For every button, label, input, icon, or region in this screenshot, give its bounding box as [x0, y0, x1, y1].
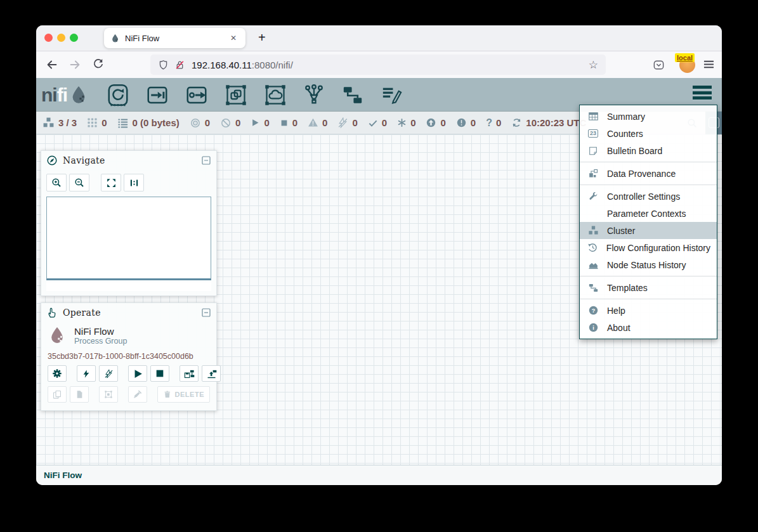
- refresh-status: 10:20:23 UTC: [511, 117, 586, 128]
- copy-button[interactable]: [48, 386, 67, 403]
- menu-item-parameter-contexts[interactable]: Parameter Contexts: [580, 205, 717, 222]
- menu-item-templates[interactable]: Templates: [580, 279, 717, 296]
- connected-nodes-status: 3 / 3: [42, 117, 77, 129]
- selected-component-name: NiFi Flow: [74, 326, 127, 337]
- delete-button[interactable]: DELETE: [157, 386, 210, 403]
- bullseye-slash-icon: [220, 117, 232, 129]
- navigate-collapse-button[interactable]: [201, 155, 211, 165]
- menu-divider: [580, 276, 717, 276]
- navigate-compass-icon: [46, 155, 58, 166]
- zoom-window-button[interactable]: [70, 34, 78, 42]
- zoom-in-button[interactable]: [46, 174, 67, 191]
- output-port-drag-icon[interactable]: [185, 84, 208, 107]
- list-icon: [117, 117, 129, 129]
- url-path: :8080/nifi/: [252, 60, 293, 70]
- color-brush-button[interactable]: [128, 386, 147, 403]
- group-button[interactable]: [99, 386, 118, 403]
- tab-bar: NiFi Flow ✕ +: [36, 25, 722, 51]
- menu-item-bulletin-board[interactable]: Bulletin Board: [580, 142, 717, 159]
- shield-icon[interactable]: [158, 60, 169, 70]
- zoom-out-button[interactable]: [69, 174, 89, 191]
- remote-process-group-drag-icon[interactable]: [264, 84, 287, 107]
- insecure-lock-icon[interactable]: [174, 60, 185, 70]
- navigate-title: Navigate: [63, 155, 196, 165]
- bolt-slash-icon: [337, 117, 348, 128]
- menu-item-help[interactable]: ? Help: [580, 302, 717, 319]
- reload-button[interactable]: [92, 58, 105, 70]
- template-icon: [586, 283, 600, 293]
- pocket-icon[interactable]: [653, 59, 665, 71]
- warning-triangle-icon: [308, 117, 318, 128]
- menu-item-data-provenance[interactable]: Data Provenance: [580, 165, 717, 182]
- firefox-menu-icon[interactable]: [703, 60, 714, 69]
- locally-modified-status: 0: [397, 117, 415, 128]
- processor-drag-icon[interactable]: [107, 84, 129, 107]
- save-template-button[interactable]: [180, 365, 199, 382]
- operate-title: Operate: [63, 308, 196, 318]
- input-port-drag-icon[interactable]: [146, 84, 169, 107]
- paste-button[interactable]: [70, 386, 89, 403]
- enable-button[interactable]: [77, 365, 96, 382]
- sticky-note-icon: [586, 146, 600, 156]
- invalid-status: 0: [308, 117, 327, 128]
- queued-status: 0 (0 bytes): [117, 117, 180, 129]
- wrench-icon: [586, 191, 600, 202]
- nifi-app: nifi: [36, 78, 722, 485]
- template-drag-icon[interactable]: [341, 84, 364, 106]
- svg-text:?: ?: [591, 308, 595, 314]
- menu-item-about[interactable]: i About: [580, 319, 717, 336]
- url-bar[interactable]: 192.168.40.11:8080/nifi/ ☆: [150, 55, 606, 75]
- process-group-drop-icon: [48, 323, 67, 347]
- table-icon: [586, 111, 600, 122]
- menu-item-flow-configuration-history[interactable]: Flow Configuration History: [580, 239, 717, 256]
- active-threads-status: 0: [87, 117, 107, 128]
- breadcrumb[interactable]: NiFi Flow: [44, 470, 82, 480]
- disable-button[interactable]: [99, 365, 118, 382]
- selected-component-type: Process Group: [74, 337, 127, 346]
- sync-failure-status: ? 0: [486, 117, 501, 129]
- menu-item-summary[interactable]: Summary: [580, 108, 717, 125]
- transmitting-status: 0: [190, 117, 210, 129]
- menu-item-counters[interactable]: 23 Counters: [580, 125, 717, 142]
- asterisk-icon: [397, 118, 407, 127]
- menu-item-controller-settings[interactable]: Controller Settings: [580, 188, 717, 205]
- new-tab-button[interactable]: +: [253, 29, 271, 46]
- close-window-button[interactable]: [44, 34, 53, 42]
- birdseye-minimap[interactable]: [46, 197, 211, 280]
- browser-tab[interactable]: NiFi Flow ✕: [104, 28, 245, 48]
- bullseye-icon: [190, 117, 201, 129]
- forward-button[interactable]: [68, 58, 82, 72]
- nifi-favicon: [110, 34, 120, 43]
- info-circle-icon: i: [586, 322, 600, 333]
- logo-text-fi: fi: [57, 84, 67, 106]
- zoom-fit-button[interactable]: [101, 174, 121, 191]
- help-circle-icon: ?: [586, 305, 600, 316]
- zoom-actual-size-button[interactable]: [124, 174, 144, 191]
- label-drag-icon[interactable]: [381, 84, 403, 106]
- back-button[interactable]: [45, 58, 59, 72]
- not-transmitting-status: 0: [220, 117, 240, 129]
- profile-avatar[interactable]: local: [679, 57, 695, 73]
- stale-status: 0: [426, 117, 445, 128]
- cluster-cubes-icon: [586, 225, 600, 236]
- refresh-icon: [511, 117, 522, 128]
- global-menu-button[interactable]: [693, 86, 712, 102]
- url-host: 192.168.40.11: [192, 60, 252, 70]
- operate-hand-icon: [46, 307, 58, 318]
- operate-collapse-button[interactable]: [201, 308, 211, 318]
- menu-item-node-status-history[interactable]: Node Status History: [580, 256, 717, 273]
- stop-icon: [280, 119, 289, 127]
- browser-navbar: 192.168.40.11:8080/nifi/ ☆ local: [36, 51, 722, 79]
- start-button[interactable]: [128, 365, 147, 382]
- bookmark-star-icon[interactable]: ☆: [589, 58, 598, 72]
- configure-button[interactable]: [48, 365, 67, 382]
- upload-template-button[interactable]: [202, 365, 221, 382]
- menu-item-cluster[interactable]: Cluster: [580, 222, 717, 239]
- cluster-icon: [42, 117, 55, 129]
- stop-button[interactable]: [150, 365, 169, 382]
- funnel-drag-icon[interactable]: [303, 84, 325, 107]
- process-group-drag-icon[interactable]: [225, 84, 247, 107]
- minimize-window-button[interactable]: [57, 34, 65, 42]
- tab-close-icon[interactable]: ✕: [228, 32, 239, 44]
- tab-title: NiFi Flow: [125, 34, 228, 43]
